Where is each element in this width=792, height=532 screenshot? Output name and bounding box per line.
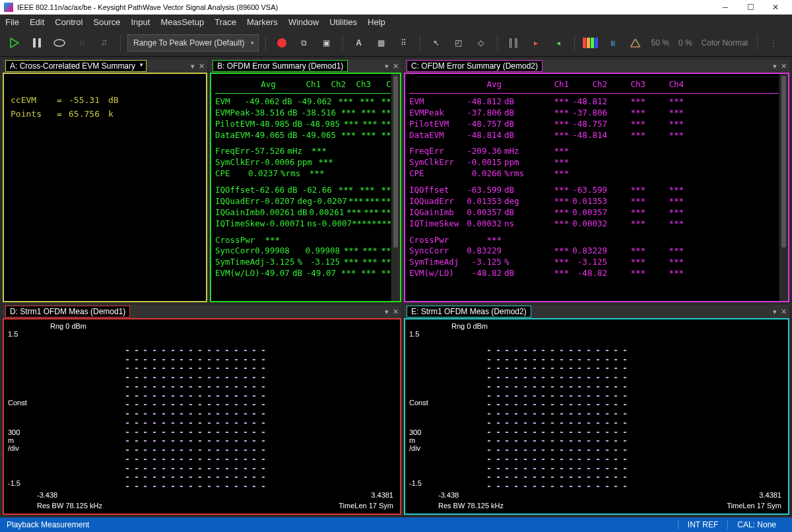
table-row: IQQuadErr0.01353deg***0.01353******: [409, 196, 784, 207]
panel-d-yscale: 300 m /div: [8, 428, 20, 452]
panel-c-table: AvgCh1Ch2Ch3Ch4EVM-48.812dB***-48.812***…: [405, 74, 788, 284]
spectrum-icon[interactable]: ⫼: [604, 34, 622, 52]
panel-a-content: ccEVM = -55.31 dB Points = 65.756 k: [4, 74, 206, 141]
menu-edit[interactable]: Edit: [30, 17, 44, 27]
flag-green-icon[interactable]: ◂: [549, 34, 568, 52]
table-row: DataEVM-49.065dB-49.065*********: [215, 130, 396, 141]
bars-icon[interactable]: ║║: [504, 34, 523, 52]
status-intref[interactable]: INT REF: [678, 520, 727, 529]
window-minimize-button[interactable]: ─: [713, 0, 738, 15]
panel-e-title[interactable]: E: Strm1 OFDM Meas (Demod2): [407, 306, 531, 317]
panel-e-menu-icon[interactable]: ▾: [773, 308, 777, 316]
prism-icon[interactable]: [626, 34, 645, 52]
panel-d-plot[interactable]: Rng 0 dBm 1.5 Const 300 m /div -1.5 -3.4…: [4, 319, 400, 514]
panel-d-res: Res BW 78.125 kHz: [37, 502, 102, 510]
table-row: IQQuadErr-0.0207deg-0.0207*********: [215, 196, 396, 207]
grid-layout-icon[interactable]: ▦: [372, 34, 391, 52]
table-row: CPE0.0237%rms***: [215, 168, 396, 180]
menu-utilities[interactable]: Utilities: [329, 17, 357, 27]
range-dropdown[interactable]: Range To Peak Power (Default): [127, 34, 259, 51]
table-row: IQTimeSkew-0.00071ns-0.0007*********: [215, 218, 396, 230]
panel-d-close-icon[interactable]: ✕: [393, 308, 399, 316]
panel-e-ymax: 1.5: [409, 330, 419, 338]
table-row: SymTimeAdj-3.125%***-3.125******: [409, 257, 784, 268]
workspace: A: Cross-Correlated EVM Summary ▾✕ ccEVM…: [0, 57, 792, 517]
table-row: CrossPwr***: [215, 235, 396, 246]
text-a-icon[interactable]: A: [350, 34, 368, 52]
panel-a-menu-icon[interactable]: ▾: [191, 62, 195, 71]
menu-input[interactable]: Input: [131, 17, 150, 27]
panel-b-title[interactable]: B: OFDM Error Summary (Demod1): [213, 60, 348, 72]
svg-rect-2: [38, 38, 41, 48]
record-button[interactable]: [273, 34, 291, 52]
menu-control[interactable]: Control: [55, 17, 82, 27]
menu-trace[interactable]: Trace: [214, 17, 236, 27]
table-row: FreqErr-57.526mHz***: [215, 146, 396, 157]
play-button[interactable]: [5, 34, 24, 52]
svg-marker-0: [11, 38, 18, 48]
points-row: Points = 65.756 k: [11, 108, 199, 121]
snapshot-icon[interactable]: ▣: [317, 34, 336, 52]
table-row: DataEVM-48.814dB***-48.814******: [409, 130, 784, 141]
menu-file[interactable]: File: [5, 17, 19, 27]
table-row: EVM(w/LO)-49.07dB-49.07*********: [215, 268, 396, 279]
table-row: SymClkErr-0.0015ppm***: [409, 157, 784, 168]
app-icon: [4, 3, 13, 12]
panel-b-close-icon[interactable]: ✕: [393, 62, 399, 71]
panel-d-ymax: 1.5: [8, 330, 18, 338]
loop-button[interactable]: [50, 34, 69, 52]
panel-c-title[interactable]: C: OFDM Error Summary (Demod2): [407, 60, 543, 72]
panel-c-menu-icon[interactable]: ▾: [773, 62, 777, 71]
window-close-button[interactable]: ✕: [763, 0, 788, 15]
panel-a-title[interactable]: A: Cross-Correlated EVM Summary: [5, 60, 147, 72]
panel-d-ymin: -1.5: [8, 479, 20, 487]
panel-b-scrollbar[interactable]: [391, 74, 400, 301]
panel-d-menu-icon[interactable]: ▾: [385, 308, 389, 316]
table-row: IQTimeSkew0.00032ns***0.00032******: [409, 218, 784, 230]
panel-e-constellation: [484, 346, 630, 491]
panel-d-rng: Rng 0 dBm: [50, 322, 86, 330]
window-titlebar: IEEE 802.11n/ac/ax/be - Keysight PathWav…: [0, 0, 792, 15]
diamond-marker-icon[interactable]: ◇: [472, 34, 490, 52]
toolbar: ⎍ ⇵ Range To Peak Power (Default) ⧉ ▣ A …: [0, 29, 792, 57]
flag-red-icon[interactable]: ▸: [527, 34, 545, 52]
menu-window[interactable]: Window: [288, 17, 319, 27]
status-left: Playback Measurement: [7, 520, 89, 529]
window-maximize-button[interactable]: ☐: [738, 0, 763, 15]
trigger-icon[interactable]: ⎍: [73, 34, 91, 52]
copy-icon[interactable]: ⧉: [295, 34, 314, 52]
status-cal[interactable]: CAL: None: [727, 520, 785, 529]
window-title: IEEE 802.11n/ac/ax/be - Keysight PathWav…: [17, 3, 713, 11]
panel-a-close-icon[interactable]: ✕: [199, 62, 205, 71]
rainbow-icon[interactable]: [581, 34, 600, 52]
table-row: IQOffset-63.599dB***-63.599******: [409, 185, 784, 196]
panel-c-close-icon[interactable]: ✕: [781, 62, 787, 71]
panel-d-title[interactable]: D: Strm1 OFDM Meas (Demod1): [5, 306, 130, 317]
panel-e-plot[interactable]: Rng 0 dBm 1.5 Const 300 m /div -1.5 -3.4…: [405, 319, 788, 514]
table-row: EVM-49.062dB-49.062*********: [215, 96, 396, 108]
autorange-icon[interactable]: ⇵: [95, 34, 114, 52]
panel-e-close-icon[interactable]: ✕: [781, 308, 787, 316]
panel-d-ylabel: Const: [8, 399, 27, 407]
table-row: IQGainImb0.00357dB***0.00357******: [409, 207, 784, 218]
table-row: PilotEVM-48.757dB***-48.757******: [409, 119, 784, 130]
color-mode-label[interactable]: Color Normal: [702, 38, 748, 48]
panel-a: A: Cross-Correlated EVM Summary ▾✕ ccEVM…: [3, 59, 207, 302]
pointer-icon[interactable]: ↖: [427, 34, 446, 52]
menu-meassetup[interactable]: MeasSetup: [160, 17, 204, 27]
panel-d-xmax: 3.4381: [371, 491, 393, 499]
dots-icon[interactable]: ⠿: [395, 34, 413, 52]
table-row: SymTimeAdj-3.125%-3.125*********: [215, 257, 396, 268]
table-row: IQGainImb0.00261dB0.00261*********: [215, 207, 396, 218]
more-icon[interactable]: ⋮: [764, 34, 783, 52]
table-row: PilotEVM-48.985dB-48.985*********: [215, 119, 396, 130]
panel-b-menu-icon[interactable]: ▾: [385, 62, 389, 71]
panel-c-scrollbar[interactable]: [779, 74, 788, 301]
menu-help[interactable]: Help: [368, 17, 385, 27]
menu-markers[interactable]: Markers: [247, 17, 278, 27]
pause-button[interactable]: [28, 34, 46, 52]
panel-e-ylabel: Const: [409, 399, 428, 407]
table-row: SyncCorr0.999080.99908*********: [215, 246, 396, 257]
menu-source[interactable]: Source: [93, 17, 120, 27]
select-rect-icon[interactable]: ◰: [449, 34, 468, 52]
